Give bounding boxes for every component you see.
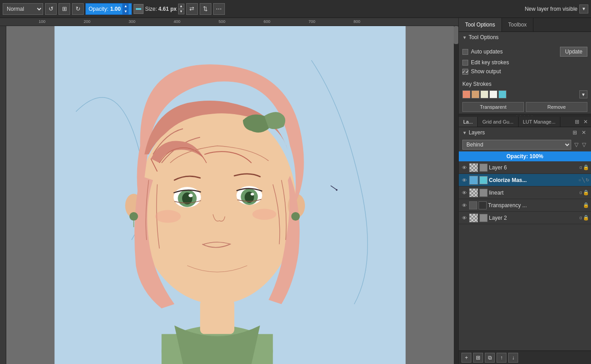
swatch-3[interactable]: [480, 90, 488, 98]
layer-thumb-6: [469, 163, 478, 172]
layers-collapse-arrow: ▼: [462, 130, 467, 135]
size-spinner[interactable]: ▲ ▼: [178, 4, 184, 14]
layer-thumb-t1: [469, 201, 477, 209]
layer-right-6: α 🔒: [579, 164, 589, 170]
tool-options-header: ▼ Tool Options: [459, 32, 591, 43]
layers-icons: ⊞ ✕: [571, 129, 587, 136]
swatch-2[interactable]: [471, 90, 479, 98]
key-strokes-label: Key Strokes: [459, 79, 591, 89]
auto-updates-label: Auto updates: [471, 49, 503, 55]
opacity-down[interactable]: ▼: [122, 9, 129, 14]
layer-item-lineart[interactable]: 👁 lineart α 🔒: [459, 186, 591, 199]
ruler-mark-300: 300: [129, 19, 135, 24]
size-down[interactable]: ▼: [178, 9, 184, 14]
scrollbar-thumb[interactable]: [454, 26, 458, 44]
layer-eye-2[interactable]: 👁: [461, 214, 468, 222]
auto-updates-row: Auto updates Update: [462, 45, 587, 58]
svg-point-19: [291, 212, 300, 221]
blend-icon-1[interactable]: ▽: [573, 141, 580, 148]
layer-item-colorize[interactable]: 👁 Colorize Mas... ○ ╲ ↻: [459, 174, 591, 186]
swatch-1[interactable]: [462, 90, 470, 98]
layers-close-btn[interactable]: ✕: [582, 118, 589, 125]
tool-btn-1[interactable]: ↺: [45, 3, 57, 15]
mirror-h-btn[interactable]: ⇄: [186, 3, 198, 15]
layer-mask-6: [479, 164, 488, 172]
swatch-4[interactable]: [489, 90, 497, 98]
tab-tool-options[interactable]: Tool Options: [459, 18, 502, 31]
blend-mode-row: Behind Normal Multiply ▽ ▽: [459, 138, 591, 151]
svg-rect-0: [136, 8, 141, 10]
layers-duplicate-btn[interactable]: ⊞: [571, 129, 578, 136]
tool-options-title: Tool Options: [469, 34, 499, 40]
transparent-btn[interactable]: Transparent: [462, 102, 524, 112]
layer-group-btn[interactable]: ⊞: [473, 353, 483, 363]
ruler-vertical: [0, 26, 6, 364]
layer-add-btn[interactable]: +: [461, 353, 471, 363]
show-output-row: ✓ Show output: [462, 67, 587, 76]
swatch-dropdown[interactable]: ▼: [579, 90, 587, 98]
new-layer-btn[interactable]: ▼: [579, 4, 588, 13]
layers-x-btn[interactable]: ✕: [580, 129, 587, 136]
layer-right-transparency: 🔒: [583, 202, 589, 208]
mirror-v-btn[interactable]: ⇅: [200, 3, 211, 15]
canvas-area: 100 200 300 400 500 600 700 800: [0, 18, 458, 364]
size-up[interactable]: ▲: [178, 4, 184, 9]
layer-eye-6[interactable]: 👁: [461, 164, 468, 171]
tool-btn-2[interactable]: ⊞: [58, 3, 70, 15]
tool-options-panel: ▼ Tool Options Auto updates Update Edit …: [459, 32, 591, 114]
layer-item-6[interactable]: 👁 Layer 6 α 🔒: [459, 161, 591, 174]
layer-copy-btn[interactable]: ⧉: [485, 353, 495, 363]
layer-eye-lineart[interactable]: 👁: [461, 189, 468, 196]
opacity-label: Opacity:: [89, 6, 108, 12]
layer-mask-2: [479, 214, 488, 222]
extra-tool-btn[interactable]: ⋯: [213, 3, 225, 15]
tab-grid[interactable]: Grid and Gu...: [478, 117, 518, 127]
ruler-mark-700: 700: [309, 19, 315, 24]
tool-btn-3[interactable]: ↻: [72, 3, 84, 15]
layer-name-2: Layer 2: [489, 215, 578, 221]
opacity-up[interactable]: ▲: [122, 4, 129, 9]
swatch-5[interactable]: [498, 90, 506, 98]
layer-item-2[interactable]: 👁 Layer 2 α 🔒: [459, 212, 591, 224]
main-area: 100 200 300 400 500 600 700 800: [0, 18, 591, 364]
layers-new-btn[interactable]: ⊞: [573, 118, 581, 125]
layer-lock-transparency: 🔒: [583, 202, 589, 208]
show-output-label: Show output: [471, 68, 501, 75]
layer-lock-2: 🔒: [583, 215, 589, 221]
opacity-spinner[interactable]: ▲ ▼: [122, 4, 129, 14]
layer-name-transparency: Transparency ...: [488, 202, 582, 209]
remove-btn[interactable]: Remove: [526, 102, 587, 112]
auto-updates-checkbox[interactable]: [462, 49, 468, 55]
blend-icon-2[interactable]: ▽: [581, 141, 587, 148]
tab-toolbox[interactable]: Toolbox: [502, 18, 533, 31]
size-value: 4.61 px: [158, 6, 177, 12]
tab-lut[interactable]: LUT Manage...: [519, 117, 561, 127]
layer-mask-lineart: [479, 189, 488, 197]
ruler-horizontal: 100 200 300 400 500 600 700 800: [0, 18, 458, 26]
vertical-scrollbar[interactable]: [454, 26, 458, 364]
layer-list: 👁 Layer 6 α 🔒 👁 Colorize Mas...: [459, 161, 591, 351]
show-output-checkbox[interactable]: ✓: [462, 69, 468, 75]
layer-opacity-row: Opacity: 100%: [459, 151, 591, 161]
layers-title: Layers: [469, 129, 485, 136]
svg-point-15: [251, 193, 254, 195]
new-layer-group: New layer from visible ▼: [525, 4, 588, 13]
layer-blend-select[interactable]: Behind Normal Multiply: [462, 140, 571, 150]
tab-layers[interactable]: La...: [459, 117, 478, 127]
layers-bottom-bar: + ⊞ ⧉ ↑ ↓: [459, 351, 591, 364]
layer-eye-colorize[interactable]: 👁: [461, 177, 468, 184]
layer-mask-colorize: [479, 176, 488, 184]
color-buttons: Transparent Remove: [459, 100, 591, 114]
update-button[interactable]: Update: [560, 47, 587, 57]
canvas-viewport[interactable]: [6, 26, 454, 364]
layer-up-btn[interactable]: ↑: [497, 353, 506, 363]
layer-item-transparency[interactable]: 👁 Transparency ... 🔒: [459, 199, 591, 212]
layer-eye-transparency[interactable]: 👁: [461, 202, 468, 209]
layers-panel: ▼ Layers ⊞ ✕ Behind Normal Multiply ▽ ▽: [459, 127, 591, 364]
svg-rect-4: [200, 300, 234, 334]
ruler-mark-400: 400: [174, 19, 180, 24]
edit-key-strokes-checkbox[interactable]: [462, 60, 468, 66]
new-layer-label: New layer from visible: [525, 6, 578, 12]
layer-down-btn[interactable]: ↓: [508, 353, 518, 363]
blend-mode-select[interactable]: Normal Behind Multiply: [3, 3, 43, 15]
